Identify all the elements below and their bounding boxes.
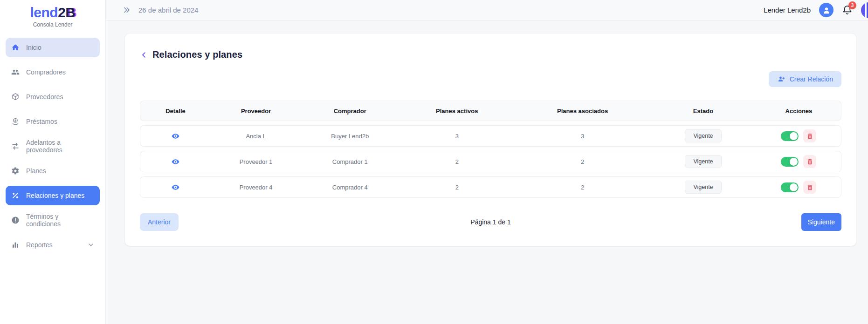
topbar: 26 de abril de 2024 Lender Lend2b 3: [106, 0, 868, 20]
sidebar-item-terminos[interactable]: Términos y condiciones: [6, 210, 100, 230]
person-plus-icon: [777, 75, 785, 83]
language-globe-icon[interactable]: [861, 2, 868, 18]
header-comprador: Comprador: [301, 101, 399, 121]
page-info: Página 1 de 1: [470, 218, 510, 226]
relaciones-card: Relaciones y planes Crear Relación Detal…: [124, 33, 857, 246]
home-icon: [11, 43, 20, 52]
sidebar-item-label: Préstamos: [26, 118, 57, 125]
cell-comprador: Comprador 4: [301, 176, 399, 198]
delete-button[interactable]: [803, 181, 816, 194]
cell-comprador: Buyer Lend2b: [301, 125, 399, 147]
active-toggle[interactable]: [781, 131, 799, 141]
sidebar-item-reportes[interactable]: Reportes: [6, 235, 100, 255]
cell-planes-asociados: 2: [515, 151, 650, 172]
crear-relacion-button[interactable]: Crear Relación: [769, 71, 841, 87]
sidebar-item-label: Inicio: [26, 44, 41, 51]
pagination: Anterior Página 1 de 1 Siguiente: [140, 213, 841, 231]
sidebar-collapse-icon[interactable]: [123, 6, 131, 14]
logo-text: lend2B: [0, 5, 105, 20]
table-header-row: Detalle Proveedor Comprador Planes activ…: [140, 101, 841, 121]
active-toggle[interactable]: [781, 157, 799, 167]
siguiente-button[interactable]: Siguiente: [801, 213, 841, 231]
sidebar-item-label: Términos y condiciones: [26, 213, 95, 228]
trash-icon: [806, 184, 813, 191]
anterior-button[interactable]: Anterior: [140, 213, 179, 231]
percent-icon: [11, 191, 20, 200]
crear-relacion-label: Crear Relación: [790, 75, 833, 83]
sidebar-item-label: Compradores: [26, 68, 66, 76]
cell-planes-activos: 2: [399, 176, 515, 198]
delete-button[interactable]: [803, 155, 816, 168]
status-badge: Vigente: [685, 129, 721, 142]
cube-icon: [11, 92, 20, 101]
cell-proveedor: Ancla L: [211, 125, 301, 147]
page-title: Relaciones y planes: [152, 49, 242, 60]
cell-planes-asociados: 2: [515, 176, 650, 198]
relaciones-table: Detalle Proveedor Comprador Planes activ…: [140, 96, 841, 202]
notifications-bell[interactable]: 3: [842, 5, 853, 15]
table-row: Proveedor 1 Comprador 1 2 2 Vigente: [140, 151, 841, 172]
back-chevron-icon[interactable]: [140, 51, 148, 59]
current-date: 26 de abril de 2024: [138, 6, 198, 14]
gear-icon: [11, 166, 20, 176]
status-badge: Vigente: [685, 155, 721, 168]
bar-chart-icon: [11, 240, 20, 250]
header-planes-activos: Planes activos: [399, 101, 515, 121]
loan-icon: [11, 117, 20, 126]
status-badge: Vigente: [685, 181, 721, 194]
logo-lend: lend: [30, 5, 58, 20]
cell-planes-activos: 2: [399, 151, 515, 172]
topbar-left: 26 de abril de 2024: [123, 6, 198, 14]
person-icon: [821, 5, 832, 15]
sidebar-item-proveedores[interactable]: Proveedores: [6, 87, 100, 107]
user-avatar[interactable]: [819, 3, 834, 17]
trash-icon: [806, 133, 813, 140]
cell-planes-activos: 3: [399, 125, 515, 147]
main-area: 26 de abril de 2024 Lender Lend2b 3: [106, 0, 868, 324]
user-name: Lender Lend2b: [764, 6, 811, 14]
sidebar-item-label: Planes: [26, 167, 46, 175]
sidebar-item-label: Proveedores: [26, 93, 63, 101]
chevron-down-icon: [87, 241, 95, 249]
sidebar-item-label: Reportes: [26, 241, 53, 249]
sidebar-item-adelantos[interactable]: Adelantos a proveedores: [6, 136, 100, 156]
page-content: Relaciones y planes Crear Relación Detal…: [106, 20, 868, 246]
info-icon: [11, 216, 20, 225]
eye-icon[interactable]: [171, 157, 180, 166]
sidebar-item-prestamos[interactable]: Préstamos: [6, 112, 100, 131]
cell-comprador: Comprador 1: [301, 151, 399, 172]
header-estado: Estado: [650, 101, 757, 121]
brand-logo: lend2B Consola Lender: [0, 0, 105, 28]
sidebar-item-label: Adelantos a proveedores: [26, 139, 95, 154]
trash-icon: [806, 158, 813, 165]
cell-proveedor: Proveedor 1: [211, 151, 301, 172]
users-icon: [11, 68, 20, 77]
header-proveedor: Proveedor: [211, 101, 301, 121]
table-row: Ancla L Buyer Lend2b 3 3 Vigente: [140, 125, 841, 147]
card-actions-row: Crear Relación: [140, 71, 841, 87]
logo-b: B: [65, 5, 75, 20]
sidebar-item-inicio[interactable]: Inicio: [6, 38, 100, 57]
header-planes-asociados: Planes asociados: [515, 101, 650, 121]
active-toggle[interactable]: [781, 182, 799, 192]
header-detalle: Detalle: [140, 101, 211, 121]
header-acciones: Acciones: [757, 101, 841, 121]
brand-subtitle: Consola Lender: [0, 21, 105, 28]
sidebar-menu: Inicio Compradores Proveedores Préstamos: [0, 38, 105, 255]
cell-proveedor: Proveedor 4: [211, 176, 301, 198]
delete-button[interactable]: [803, 129, 816, 142]
logo-2: 2: [58, 5, 65, 20]
cell-planes-asociados: 3: [515, 125, 650, 147]
notification-badge: 3: [848, 1, 856, 9]
eye-icon[interactable]: [171, 132, 180, 141]
swap-arrows-icon: [11, 142, 20, 151]
topbar-right: Lender Lend2b 3: [764, 2, 868, 18]
sidebar-item-compradores[interactable]: Compradores: [6, 62, 100, 82]
eye-icon[interactable]: [171, 183, 180, 192]
sidebar-item-relaciones-y-planes[interactable]: Relaciones y planes: [6, 186, 100, 205]
app-window: lend2B Consola Lender Inicio Compradores: [0, 0, 868, 324]
page-header: Relaciones y planes: [140, 49, 841, 60]
sidebar-item-label: Relaciones y planes: [26, 192, 84, 199]
table-row: Proveedor 4 Comprador 4 2 2 Vigente: [140, 176, 841, 198]
sidebar-item-planes[interactable]: Planes: [6, 161, 100, 181]
